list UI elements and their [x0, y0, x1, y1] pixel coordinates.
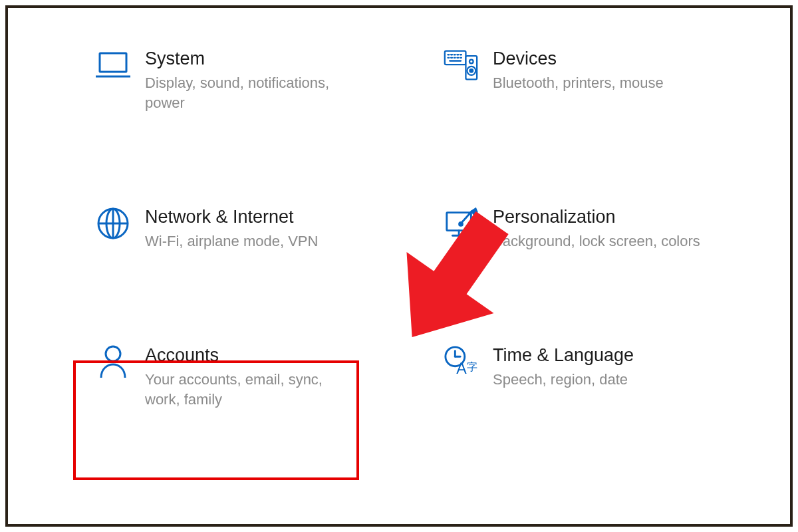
settings-panel: System Display, sound, notifications, po… [5, 5, 793, 527]
person-icon [96, 344, 130, 379]
tile-text: Network & Internet Wi-Fi, airplane mode,… [145, 206, 318, 251]
keyboard-speaker-icon [444, 48, 478, 82]
tile-accounts[interactable]: Accounts Your accounts, email, sync, wor… [88, 338, 396, 416]
tile-text: System Display, sound, notifications, po… [145, 48, 358, 113]
tile-text: Personalization Background, lock screen,… [493, 206, 700, 251]
tile-title: Network & Internet [145, 206, 318, 227]
tile-devices[interactable]: Devices Bluetooth, printers, mouse [436, 41, 743, 120]
tile-title: Personalization [493, 206, 700, 227]
tile-title: Devices [493, 48, 664, 69]
tile-desc: Wi-Fi, airplane mode, VPN [145, 231, 318, 251]
settings-grid: System Display, sound, notifications, po… [88, 41, 743, 416]
svg-text:字: 字 [467, 360, 477, 372]
tile-desc: Your accounts, email, sync, work, family [145, 370, 358, 409]
tile-desc: Bluetooth, printers, mouse [493, 73, 664, 93]
laptop-icon [96, 48, 130, 82]
tile-text: Devices Bluetooth, printers, mouse [493, 48, 664, 93]
globe-icon [96, 206, 130, 241]
tile-text: Accounts Your accounts, email, sync, wor… [145, 344, 358, 410]
svg-point-26 [106, 346, 120, 361]
tile-text: Time & Language Speech, region, date [493, 344, 634, 390]
tile-desc: Display, sound, notifications, power [145, 73, 358, 112]
tile-title: Time & Language [493, 344, 634, 366]
svg-point-25 [460, 222, 463, 225]
personalize-icon [444, 206, 478, 241]
tile-network[interactable]: Network & Internet Wi-Fi, airplane mode,… [88, 200, 396, 258]
tile-title: Accounts [145, 344, 358, 366]
tile-system[interactable]: System Display, sound, notifications, po… [88, 41, 396, 120]
tile-time-language[interactable]: A 字 Time & Language Speech, region, date [436, 338, 743, 416]
svg-text:A: A [456, 360, 467, 377]
tile-personalization[interactable]: Personalization Background, lock screen,… [436, 200, 743, 258]
svg-point-17 [469, 69, 473, 72]
tile-title: System [145, 48, 358, 69]
svg-rect-0 [100, 53, 126, 72]
tile-desc: Background, lock screen, colors [493, 231, 700, 251]
time-language-icon: A 字 [444, 344, 478, 379]
tile-desc: Speech, region, date [493, 370, 634, 390]
